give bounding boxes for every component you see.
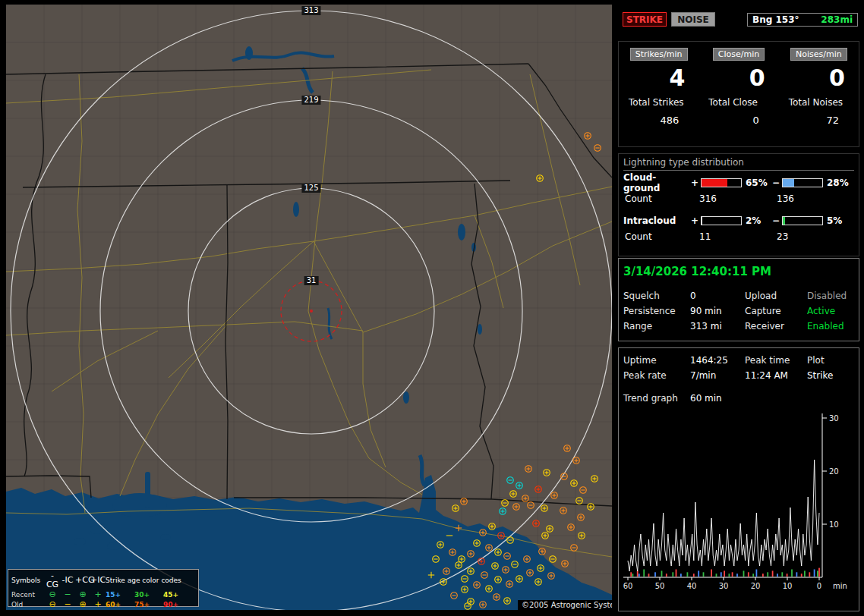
- minus-icon: −: [60, 590, 75, 599]
- strikes-per-min-value: 4: [619, 64, 698, 93]
- circle-plus-icon: ⊕: [75, 590, 90, 599]
- peak-rate-label: Peak rate: [623, 370, 690, 381]
- intracloud-label: Intracloud: [623, 215, 690, 226]
- close-column: Close/min 0 Total Close 0: [698, 42, 778, 146]
- info-section: Uptime 1464:25 Peak time Plot Peak rate …: [618, 347, 859, 611]
- svg-text:10: 10: [829, 520, 839, 529]
- legend-col-pcg: +CG: [75, 576, 90, 585]
- info-row: Uptime 1464:25 Peak time Plot: [623, 353, 854, 368]
- legend-col--ic: -IC: [60, 576, 75, 585]
- circle-plus-icon: ⊕: [75, 600, 90, 609]
- intracloud-count-row: Count 11 23: [623, 231, 854, 243]
- plus-icon: +: [90, 590, 106, 599]
- peak-rate-value: 7/min: [690, 370, 745, 381]
- plus-sign: +: [690, 178, 699, 188]
- age-code-60: 60+: [106, 601, 134, 608]
- ic-plus-bar: [701, 216, 742, 225]
- plot-value: Strike: [807, 370, 854, 381]
- trend-graph-label: Trend graph: [623, 393, 690, 404]
- svg-text:20: 20: [829, 467, 839, 476]
- circle-minus-icon: ⊖: [45, 590, 60, 599]
- total-noises-value: 72: [779, 115, 859, 126]
- noises-column: Noises/min 0 Total Noises 72: [779, 42, 859, 146]
- legend-age-header: Strike age color codes: [106, 577, 192, 584]
- capture-value: Active: [807, 306, 854, 316]
- peak-time-label: Peak time: [745, 355, 807, 366]
- cg-plus-percent: 65%: [743, 178, 771, 188]
- bearing-display: Bng 153° 283mi: [747, 13, 858, 27]
- svg-text:30: 30: [719, 582, 729, 590]
- range-label: Range: [623, 321, 690, 332]
- ic-minus-count: 23: [777, 231, 854, 243]
- indicator-bar: STRIKE NOISE Bng 153° 283mi: [621, 12, 859, 29]
- legend-symbols-header: Symbols: [11, 577, 45, 584]
- ic-minus-bar: [782, 216, 823, 225]
- close-per-min-button[interactable]: Close/min: [713, 48, 765, 61]
- noise-indicator[interactable]: NOISE: [671, 12, 715, 27]
- ic-plus-percent: 2%: [743, 215, 771, 226]
- plus-sign: +: [690, 215, 699, 226]
- strikes-column: Strikes/min 4 Total Strikes 486: [619, 42, 698, 146]
- legend-col-pic: +IC: [90, 576, 106, 585]
- age-code-15: 15+: [106, 591, 134, 599]
- range-value: 313 mi: [690, 321, 745, 332]
- cg-minus-count: 136: [777, 193, 854, 205]
- cg-plus-count: 316: [699, 193, 777, 205]
- receiver-value: Enabled: [807, 321, 854, 332]
- rates-section: Strikes/min 4 Total Strikes 486 Close/mi…: [618, 41, 859, 147]
- plus-icon: +: [90, 600, 106, 609]
- close-per-min-value: 0: [698, 64, 778, 93]
- copyright-text: ©2005 Astrogenic Systems: [518, 600, 612, 610]
- uptime-value: 1464:25: [690, 355, 745, 366]
- peak-time-value: 11:24 AM: [745, 370, 807, 381]
- age-code-75: 75+: [134, 601, 163, 608]
- minus-icon: −: [60, 600, 75, 609]
- age-code-45: 45+: [163, 591, 192, 599]
- plot-label: Plot: [807, 355, 854, 366]
- count-label: Count: [623, 193, 699, 205]
- bearing-value: Bng 153°: [752, 14, 799, 25]
- status-row: Range 313 mi Receiver Enabled: [623, 319, 854, 334]
- persistence-value: 90 min: [690, 306, 745, 316]
- total-strikes-value: 486: [619, 115, 698, 126]
- noises-per-min-button[interactable]: Noises/min: [790, 48, 847, 61]
- info-row: Peak rate 7/min 11:24 AM Strike: [623, 368, 854, 383]
- cloud-ground-label: Cloud-ground: [623, 172, 690, 193]
- svg-text:0: 0: [817, 582, 821, 590]
- map-geography: [6, 5, 612, 610]
- squelch-label: Squelch: [623, 291, 690, 301]
- legend-row-old: Old: [11, 601, 45, 608]
- circle-minus-icon: ⊖: [45, 600, 60, 609]
- persistence-label: Persistence: [623, 306, 690, 316]
- svg-text:60: 60: [623, 582, 633, 590]
- svg-text:min: min: [833, 582, 847, 590]
- lightning-map[interactable]: 31321912531 Symbols -CG -IC +CG +IC Stri…: [6, 5, 612, 610]
- age-code-90: 90+: [163, 601, 192, 608]
- status-row: Squelch 0 Upload Disabled: [623, 288, 854, 303]
- upload-value: Disabled: [807, 291, 854, 301]
- total-close-label: Total Close: [698, 97, 778, 108]
- datetime-display: 3/14/2026 12:40:11 PM: [623, 265, 854, 278]
- svg-text:40: 40: [687, 582, 697, 590]
- strike-indicator[interactable]: STRIKE: [623, 12, 667, 27]
- intracloud-row: Intracloud + 2% − 5%: [623, 214, 854, 227]
- trend-graph-row: Trend graph 60 min: [623, 391, 854, 406]
- map-legend: Symbols -CG -IC +CG +IC Strike age color…: [8, 569, 199, 607]
- strikes-per-min-button[interactable]: Strikes/min: [630, 48, 688, 61]
- total-noises-label: Total Noises: [779, 97, 859, 108]
- svg-text:30: 30: [829, 414, 839, 423]
- svg-text:50: 50: [655, 582, 665, 590]
- status-section: 3/14/2026 12:40:11 PM Squelch 0 Upload D…: [618, 258, 859, 341]
- minus-sign: −: [771, 178, 780, 188]
- upload-label: Upload: [745, 291, 807, 301]
- age-code-30: 30+: [134, 591, 163, 599]
- uptime-label: Uptime: [623, 355, 690, 366]
- total-close-value: 0: [698, 115, 778, 126]
- cg-plus-bar: [701, 178, 742, 187]
- capture-label: Capture: [745, 306, 807, 316]
- cloud-ground-count-row: Count 316 136: [623, 193, 854, 205]
- legend-row-recent: Recent: [11, 591, 45, 599]
- trend-graph-chart: 1020306050403020100min: [620, 412, 857, 592]
- distribution-section: Lightning type distribution Cloud-ground…: [618, 153, 859, 256]
- status-row: Persistence 90 min Capture Active: [623, 303, 854, 319]
